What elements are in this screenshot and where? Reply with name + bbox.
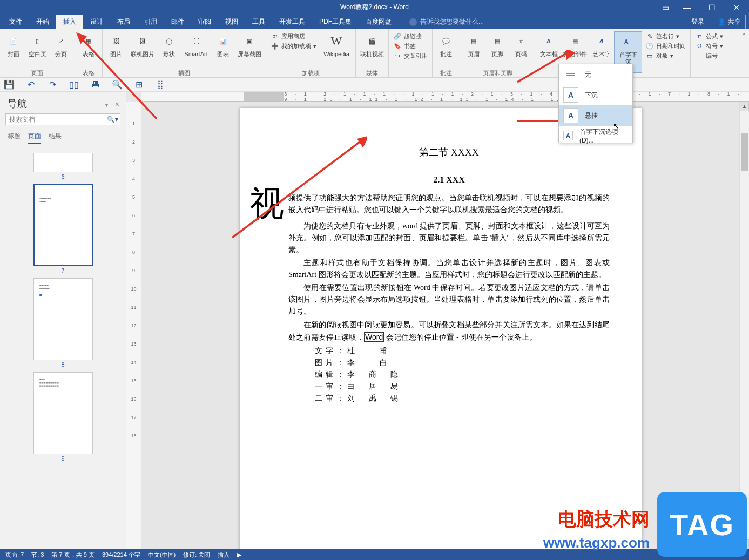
thumb-8[interactable]: ▪▪▪▪▪▪▪▪▪▪▪▪▪━━━━━━━━━▪▪▪▪▪▪▪▪▪▪▪🟦 ▪▪▪▪▪… <box>33 278 93 360</box>
thumb-9[interactable]: ▪▪▪▪▪▪▪▪▦▦▦▦▦▦▦▦▦▦▦▦▦▦▦▦▦▦ <box>33 372 93 454</box>
quickparts-icon: ▤ <box>566 32 584 50</box>
status-mode[interactable]: 插入 <box>218 551 230 559</box>
scroll-thumb[interactable] <box>741 133 748 171</box>
login-button[interactable]: 登录 <box>686 17 710 26</box>
crossref-button[interactable]: ↪交叉引用 <box>391 51 430 60</box>
group-addins-label: 加载项 <box>268 69 353 77</box>
status-words[interactable]: 394/2214 个字 <box>102 551 140 559</box>
hyperlink-icon: 🔗 <box>393 32 402 41</box>
dropcap-dropped[interactable]: A 下沉 <box>559 85 632 105</box>
signature-button[interactable]: ✎签名行▾ <box>643 31 688 41</box>
window-buttons: ▭ — ☐ ✕ <box>656 0 749 15</box>
wikipedia-button[interactable]: WWikipedia <box>320 31 353 59</box>
store-button[interactable]: 🛍应用商店 <box>268 31 319 41</box>
nav-thumbnails[interactable]: 6 ▪▪▪▪▪▪▪▪▪▪▪▪▪▪▪▪▪▪▪▪▪▪▪▪▪▪▪▪▪▪▪▪▪▪▪▪▪▪… <box>0 144 126 549</box>
symbol-button[interactable]: Ω符号▾ <box>693 41 725 51</box>
thumb-6[interactable] <box>33 153 93 172</box>
share-icon: 👤 <box>718 18 726 26</box>
share-button[interactable]: 👤 共享 <box>713 15 746 29</box>
status-section[interactable]: 节: 3 <box>31 551 44 559</box>
tab-mailings[interactable]: 邮件 <box>164 15 191 29</box>
tab-pdf[interactable]: PDF工具集 <box>312 15 359 29</box>
status-lang[interactable]: 中文(中国) <box>148 551 176 559</box>
tab-layout[interactable]: 布局 <box>110 15 137 29</box>
symbol-icon: Ω <box>695 42 704 50</box>
ribbon-display-options-icon[interactable]: ▭ <box>656 0 674 15</box>
object-button[interactable]: ▭对象▾ <box>643 51 688 60</box>
online-video-button[interactable]: 🎬联机视频 <box>358 31 386 59</box>
tab-references[interactable]: 引用 <box>137 15 164 29</box>
tab-developer[interactable]: 开发工具 <box>272 15 312 29</box>
chart-button[interactable]: 📊图表 <box>212 31 234 59</box>
blank-page-button[interactable]: ▯空白页 <box>26 31 49 59</box>
save-icon[interactable]: 💾 <box>4 80 14 90</box>
page-break-button[interactable]: ⤢分页 <box>50 31 72 59</box>
comment-button[interactable]: 💬批注 <box>435 31 457 59</box>
collapse-ribbon-icon[interactable]: ˄ <box>739 29 749 77</box>
tab-review[interactable]: 审阅 <box>191 15 218 29</box>
group-media: 🎬联机视频 媒体 <box>356 29 389 77</box>
smartart-button[interactable]: ⛶SmartArt <box>181 31 211 59</box>
wikipedia-icon: W <box>328 32 345 50</box>
group-pages: 📄封面 ▯空白页 ⤢分页 页面 <box>0 29 75 77</box>
vertical-scrollbar[interactable]: ▲ ▼ <box>739 102 749 549</box>
scroll-up-icon[interactable]: ▲ <box>740 102 749 111</box>
page-break-icon: ⤢ <box>52 32 70 50</box>
dropcap-inmargin[interactable]: A 悬挂 <box>559 105 632 126</box>
footer-icon: ▤ <box>489 32 506 50</box>
number-button[interactable]: ≡编号 <box>693 51 725 60</box>
redo-icon[interactable]: ↷ <box>48 80 57 90</box>
dropcap-options[interactable]: A 首字下沉选项(D)... <box>559 129 632 143</box>
status-pagecount[interactable]: 第 7 页，共 9 页 <box>51 551 94 559</box>
header-button[interactable]: ▤页眉 <box>462 31 485 59</box>
group-links-label <box>391 69 430 77</box>
thumb-7[interactable]: ▪▪▪▪▪▪▪▪▪▪▪▪▪▪▪▪▪▪▪▪▪▪▪▪▪▪▪▪▪▪▪▪▪▪▪▪▪▪▪▪… <box>33 184 93 266</box>
tab-baidu[interactable]: 百度网盘 <box>359 15 399 29</box>
paragraph-5: 在新的阅读视图中阅读更加容易。可以折叠文档某些部分并关注所需文本。如果在达到结尾… <box>288 319 610 343</box>
tab-tools[interactable]: 工具 <box>245 15 272 29</box>
undo-icon[interactable]: ↶ <box>26 80 36 90</box>
tab-insert[interactable]: 插入 <box>56 15 83 29</box>
footer-button[interactable]: ▤页脚 <box>486 31 509 59</box>
navtab-headings[interactable]: 标题 <box>8 130 21 144</box>
tab-design[interactable]: 设计 <box>83 15 110 29</box>
dropcap-none[interactable]: 无 <box>559 64 632 85</box>
tell-me-text: 告诉我您想要做什么... <box>420 17 484 26</box>
minimize-icon[interactable]: — <box>674 0 699 15</box>
tab-view[interactable]: 视图 <box>218 15 245 29</box>
watermark-url: www.tagxp.com <box>543 535 650 551</box>
my-addins-button[interactable]: ➕我的加载项▾ <box>268 41 319 51</box>
svg-line-0 <box>81 38 157 119</box>
title-bar: Word教程2.docx - Word ▭ — ☐ ✕ <box>0 0 749 15</box>
mouse-cursor-icon: ↖ <box>613 122 619 130</box>
maximize-icon[interactable]: ☐ <box>699 0 724 15</box>
blank-page-icon: ▯ <box>29 32 46 50</box>
equation-button[interactable]: π公式▾ <box>693 31 725 41</box>
dropcap-dropped-icon: A <box>563 87 578 103</box>
datetime-button[interactable]: 🕒日期和时间 <box>643 41 688 51</box>
cover-page-icon: 📄 <box>5 32 22 50</box>
cover-page-button[interactable]: 📄封面 <box>2 31 25 59</box>
screenshot-button[interactable]: ▣屏幕截图 <box>235 31 264 59</box>
tell-me[interactable]: 告诉我您想要做什么... <box>409 15 484 29</box>
hyperlink-button[interactable]: 🔗超链接 <box>391 31 430 41</box>
svg-line-1 <box>232 140 362 238</box>
tab-file[interactable]: 文件 <box>2 15 29 29</box>
edit-area: 3 · 1 · 2 · 1 · 1 · 1 · · 1 · 1 · 1 · 2 … <box>126 92 749 549</box>
horizontal-ruler[interactable]: 3 · 1 · 2 · 1 · 1 · 1 · · 1 · 1 · 1 · 2 … <box>141 92 749 102</box>
status-macro-icon[interactable]: ▶ <box>237 551 241 558</box>
tab-home[interactable]: 开始 <box>29 15 56 29</box>
tag-badge: TAG <box>657 492 747 557</box>
datetime-icon: 🕒 <box>645 42 654 50</box>
wordart-button[interactable]: A艺术字 <box>590 31 613 59</box>
bookmark-button[interactable]: 🔖书签 <box>391 41 430 51</box>
textbox-icon: A <box>540 32 557 50</box>
navtab-pages[interactable]: 页面 <box>28 130 41 144</box>
navtab-results[interactable]: 结果 <box>49 130 62 144</box>
dropcap-inmargin-icon: A <box>563 108 578 123</box>
status-track[interactable]: 修订: 关闭 <box>183 551 210 559</box>
status-page[interactable]: 页面: 7 <box>5 551 24 559</box>
comment-icon: 💬 <box>437 32 455 50</box>
close-icon[interactable]: ✕ <box>724 0 749 15</box>
vertical-ruler[interactable]: 123456 789101112 131415161718 <box>126 102 141 559</box>
